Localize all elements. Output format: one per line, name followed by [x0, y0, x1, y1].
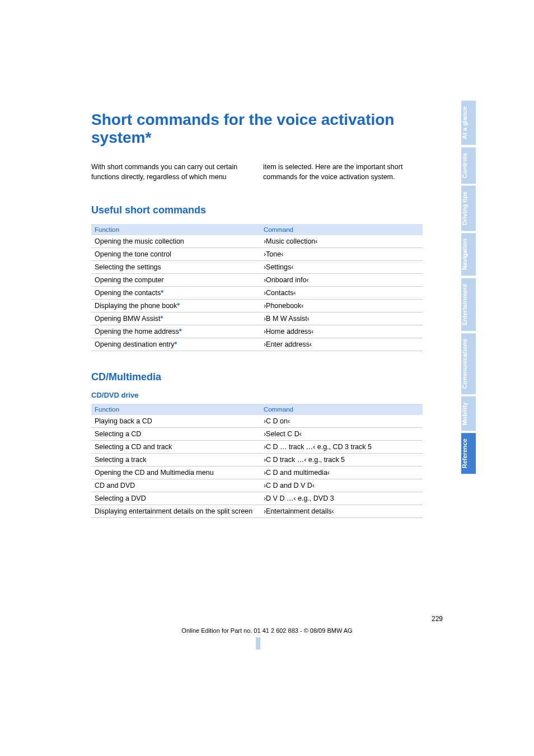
fn-text: Opening the home address [95, 328, 179, 335]
cmd-text: ›Contacts‹ [260, 287, 423, 300]
cmd-text: ›D V D …‹ e.g., DVD 3 [260, 492, 423, 505]
table-row: Playing back a CD›C D on‹ [91, 415, 423, 428]
star-icon: * [179, 328, 182, 335]
fn-text: CD and DVD [91, 479, 260, 492]
tab-at-a-glance[interactable]: At a glance [461, 101, 476, 145]
tab-entertainment[interactable]: Entertainment [461, 278, 476, 331]
fn-text: Opening the tone control [95, 250, 171, 258]
fn-text: Selecting a CD and track [91, 441, 260, 454]
cmd-text: ›Home address‹ [260, 325, 423, 338]
star-icon: * [160, 315, 163, 323]
intro-left: With short commands you can carry out ce… [91, 162, 251, 182]
col-function: Function [91, 404, 260, 415]
content: Short commands for the voice activation … [91, 111, 423, 538]
fn-text: Displaying the phone book [95, 302, 177, 310]
page-title: Short commands for the voice activation … [91, 111, 423, 147]
table-row: Selecting the settings›Settings‹ [91, 261, 423, 274]
cmd-text: ›Tone‹ [260, 248, 423, 261]
fn-text: Opening the contacts [95, 289, 161, 297]
cmd-text: ›Settings‹ [260, 261, 423, 274]
fn-text: Opening the CD and Multimedia menu [91, 466, 260, 479]
footer-strip [256, 637, 260, 650]
table-row: Selecting a CD and track›C D … track …‹ … [91, 441, 423, 454]
cmd-text: ›Music collection‹ [260, 235, 423, 248]
table-row: Opening the music collection›Music colle… [91, 235, 423, 248]
table-row: Opening destination entry*›Enter address… [91, 338, 423, 351]
page-number: 229 [432, 615, 443, 623]
fn-text: Displaying entertainment details on the … [91, 505, 260, 518]
side-tabs: At a glance Controls Driving tips Naviga… [461, 101, 476, 477]
fn-text: Selecting a track [91, 454, 260, 466]
cmd-text: ›C D and D V D‹ [260, 479, 423, 492]
table-row: Displaying the phone book*›Phonebook‹ [91, 300, 423, 312]
intro-text: With short commands you can carry out ce… [91, 162, 423, 182]
table-row: CD and DVD›C D and D V D‹ [91, 479, 423, 492]
cmd-text: ›C D on‹ [260, 415, 423, 428]
cmd-text: ›Enter address‹ [260, 338, 423, 351]
fn-text: Selecting a CD [91, 428, 260, 441]
tab-controls[interactable]: Controls [461, 147, 476, 184]
fn-text: Opening BMW Assist [95, 315, 160, 323]
col-function: Function [91, 224, 260, 235]
star-icon: * [177, 302, 180, 310]
fn-text: Selecting the settings [95, 263, 161, 271]
fn-text: Opening destination entry [95, 340, 174, 348]
table-row: Opening the computer›Onboard info‹ [91, 274, 423, 287]
tab-communications[interactable]: Communications [461, 333, 476, 394]
table-row: Opening BMW Assist*›B M W Assist‹ [91, 312, 423, 325]
cmd-text: ›Select C D‹ [260, 428, 423, 441]
table-row: Selecting a track›C D track …‹ e.g., tra… [91, 454, 423, 466]
col-command: Command [260, 224, 423, 235]
cmd-text: ›C D track …‹ e.g., track 5 [260, 454, 423, 466]
table-row: Opening the contacts*›Contacts‹ [91, 287, 423, 300]
cmd-text: ›Onboard info‹ [260, 274, 423, 287]
table-row: Selecting a CD›Select C D‹ [91, 428, 423, 441]
tab-driving-tips[interactable]: Driving tips [461, 186, 476, 231]
table-row: Opening the tone control›Tone‹ [91, 248, 423, 261]
section-subheading-cddvd: CD/DVD drive [91, 391, 423, 399]
col-command: Command [260, 404, 423, 415]
cmd-text: ›C D … track …‹ e.g., CD 3 track 5 [260, 441, 423, 454]
tab-navigation[interactable]: Navigation [461, 233, 476, 276]
section-heading-useful: Useful short commands [91, 204, 423, 216]
table-row: Displaying entertainment details on the … [91, 505, 423, 518]
footer-line: Online Edition for Part no. 01 41 2 602 … [91, 627, 443, 634]
cd-commands-table: Function Command Playing back a CD›C D o… [91, 404, 423, 518]
intro-right: item is selected. Here are the important… [263, 162, 423, 182]
fn-text: Opening the music collection [95, 237, 184, 245]
page: Short commands for the voice activation … [0, 0, 534, 756]
cmd-text: ›B M W Assist‹ [260, 312, 423, 325]
cmd-text: ›Phonebook‹ [260, 300, 423, 312]
section-heading-cd: CD/Multimedia [91, 371, 423, 383]
star-icon: * [161, 289, 163, 297]
star-icon: * [174, 340, 177, 348]
tab-reference[interactable]: Reference [461, 433, 476, 474]
table-row: Selecting a DVD›D V D …‹ e.g., DVD 3 [91, 492, 423, 505]
useful-commands-table: Function Command Opening the music colle… [91, 224, 423, 351]
cmd-text: ›C D and multimedia‹ [260, 466, 423, 479]
table-row: Opening the CD and Multimedia menu›C D a… [91, 466, 423, 479]
fn-text: Opening the computer [95, 276, 164, 284]
tab-mobility[interactable]: Mobility [461, 396, 476, 431]
fn-text: Playing back a CD [91, 415, 260, 428]
cmd-text: ›Entertainment details‹ [260, 505, 423, 518]
fn-text: Selecting a DVD [91, 492, 260, 505]
table-row: Opening the home address*›Home address‹ [91, 325, 423, 338]
